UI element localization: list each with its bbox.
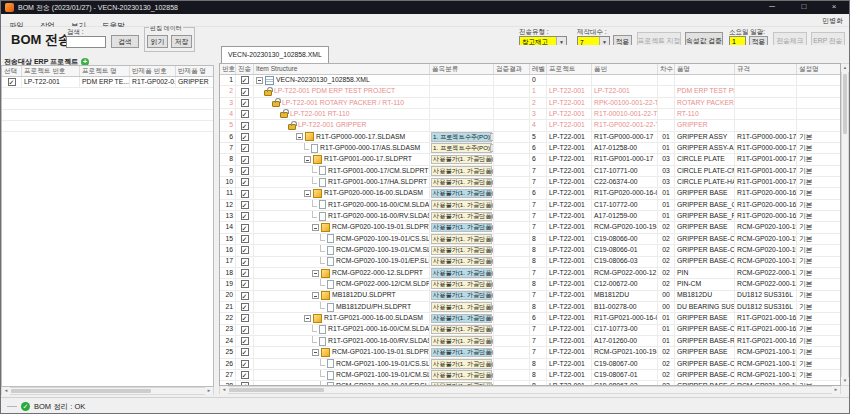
- checkbox-checked[interactable]: ✓: [241, 235, 249, 243]
- checkbox-checked[interactable]: ✓: [241, 360, 249, 368]
- column-header[interactable]: Item Structure: [254, 64, 430, 74]
- checkbox-checked[interactable]: ✓: [241, 99, 249, 107]
- checkbox-checked[interactable]: ✓: [241, 201, 249, 209]
- checkbox-checked[interactable]: ✓: [241, 88, 249, 96]
- tab-xml-file[interactable]: VECN-20230130_102858.XML: [221, 46, 329, 63]
- cell-revision: [658, 86, 675, 96]
- scrollbar-thumb[interactable]: [229, 388, 324, 392]
- search-input[interactable]: [66, 36, 106, 48]
- item-class-select[interactable]: 사용불가(1. 가공단품(반)▼: [431, 200, 492, 210]
- item-class-select[interactable]: 사용불가(1. 가공단품(반)▼: [431, 178, 492, 188]
- column-header[interactable]: 품번: [592, 64, 658, 74]
- checkbox-checked[interactable]: ✓: [241, 144, 249, 152]
- column-header[interactable]: 반제품 번호: [130, 66, 176, 76]
- checkbox-checked[interactable]: ✓: [241, 269, 249, 277]
- scroll-right-icon[interactable]: ►: [832, 386, 840, 394]
- item-class-select[interactable]: 사용불가(1. 가공단품(반)▼: [431, 302, 492, 312]
- cell-part-number: A17-01260-00: [592, 336, 658, 346]
- tree-collapse-icon[interactable]: [304, 315, 311, 322]
- item-class-select[interactable]: 사용불가(1. 가공단품(반)▼: [431, 314, 492, 324]
- checkbox-checked[interactable]: ✓: [241, 371, 249, 379]
- column-header[interactable]: 번호: [220, 64, 236, 74]
- minimize-button[interactable]: ─: [759, 1, 785, 14]
- item-class-select[interactable]: 사용불가(1. 가공단품(반)▼: [431, 291, 492, 301]
- cell-config: 기본: [797, 211, 841, 221]
- item-class-select[interactable]: 사용불가(1. 가공단품(반)▼: [431, 212, 492, 222]
- tree-collapse-icon[interactable]: [304, 156, 311, 163]
- column-header[interactable]: 전송: [236, 64, 254, 74]
- column-header[interactable]: 품명: [675, 64, 735, 74]
- checkbox-checked[interactable]: ✓: [241, 122, 249, 130]
- checkbox-checked[interactable]: ✓: [241, 190, 249, 198]
- checkbox-checked[interactable]: ✓: [241, 224, 249, 232]
- checkbox-checked[interactable]: ✓: [241, 348, 249, 356]
- checkbox-checked[interactable]: ✓: [241, 292, 249, 300]
- vertical-scrollbar[interactable]: ▲ ▼: [841, 63, 849, 386]
- tree-collapse-icon[interactable]: [256, 77, 263, 84]
- column-header[interactable]: 반제품 명: [176, 66, 214, 76]
- column-header[interactable]: 품목분류: [430, 64, 494, 74]
- checkbox-checked[interactable]: ✓: [241, 280, 249, 288]
- scroll-up-icon[interactable]: ▲: [841, 64, 849, 72]
- checkbox-checked[interactable]: ✓: [241, 76, 249, 84]
- tree-collapse-icon[interactable]: [296, 133, 303, 140]
- item-class-select[interactable]: 사용불가(1. 가공단품(반)▼: [431, 370, 492, 380]
- checkbox-checked[interactable]: ✓: [241, 303, 249, 311]
- tree-collapse-icon[interactable]: [312, 224, 319, 231]
- checkbox-checked[interactable]: ✓: [241, 133, 249, 141]
- main-horizontal-scrollbar[interactable]: ◄ ►: [219, 386, 841, 394]
- close-button[interactable]: ×: [821, 1, 847, 14]
- checkbox-checked[interactable]: ✓: [241, 246, 249, 254]
- checkbox-checked[interactable]: ✓: [241, 326, 249, 334]
- column-header[interactable]: 차수: [658, 64, 675, 74]
- item-class-select[interactable]: 사용불가(1. 가공단품(반)▼: [431, 325, 492, 335]
- checkbox-checked[interactable]: ✓: [241, 212, 249, 220]
- scroll-down-icon[interactable]: ▼: [841, 377, 849, 385]
- checkbox-checked[interactable]: ✓: [241, 167, 249, 175]
- item-class-select[interactable]: 사용불가(1. 가공단품(반)▼: [431, 348, 492, 358]
- item-class-select[interactable]: 사용불가(1. 가공단품(반)▼: [431, 223, 492, 233]
- tree-collapse-icon[interactable]: [312, 292, 319, 299]
- item-class-select[interactable]: 사용불가(1. 가공단품(반)▼: [431, 246, 492, 256]
- item-class-select[interactable]: 1. 프로젝트수주(PO)▼: [431, 143, 492, 153]
- item-class-select[interactable]: 1. 프로젝트수주(PO)▼: [431, 132, 492, 142]
- item-class-select[interactable]: 사용불가(1. 가공단품(반)▼: [431, 280, 492, 290]
- item-class-select[interactable]: 사용불가(1. 가공단품(반)▼: [431, 257, 492, 267]
- checkbox-checked[interactable]: ✓: [241, 337, 249, 345]
- item-class-select[interactable]: 사용불가(1. 가공단품(반)▼: [431, 166, 492, 176]
- scrollbar-thumb[interactable]: [11, 389, 151, 393]
- scroll-left-icon[interactable]: ◄: [2, 387, 10, 395]
- save-button[interactable]: 저장: [171, 35, 192, 48]
- item-class-select[interactable]: 사용불가(1. 가공단품(반)▼: [431, 359, 492, 369]
- left-horizontal-scrollbar[interactable]: ◄ ►: [1, 387, 214, 395]
- scroll-left-icon[interactable]: ◄: [220, 386, 228, 394]
- column-header[interactable]: 선택: [2, 66, 22, 76]
- column-header[interactable]: 프로젝트 번호: [22, 66, 80, 76]
- read-button[interactable]: 읽기: [147, 35, 168, 48]
- item-class-select[interactable]: 사용불가(1. 가공단품(반)▼: [431, 234, 492, 244]
- item-class-select[interactable]: 사용불가(1. 가공단품(반)▼: [431, 336, 492, 346]
- column-header[interactable]: 프로젝트: [547, 64, 592, 74]
- checkbox-checked[interactable]: ✓: [241, 258, 249, 266]
- cell-config: 기본: [797, 245, 841, 255]
- item-class-select[interactable]: 사용불가(1. 가공단품(반)▼: [431, 155, 492, 165]
- tree-collapse-icon[interactable]: [312, 270, 319, 277]
- tree-collapse-icon[interactable]: [304, 190, 311, 197]
- column-header[interactable]: 규격: [735, 64, 797, 74]
- column-header[interactable]: 프로젝트 명: [80, 66, 130, 76]
- search-button[interactable]: 검색: [111, 35, 139, 48]
- scroll-right-icon[interactable]: ►: [205, 387, 213, 395]
- column-header[interactable]: 레벨: [530, 64, 547, 74]
- checkbox-checked[interactable]: ✓: [241, 178, 249, 186]
- item-class-select[interactable]: 사용불가(1. 가공단품(반)▼: [431, 268, 492, 278]
- checkbox-checked[interactable]: ✓: [241, 110, 249, 118]
- tree-collapse-icon[interactable]: [312, 349, 319, 356]
- column-header[interactable]: 설정명: [797, 64, 841, 74]
- scrollbar-thumb[interactable]: [843, 74, 847, 134]
- checkbox-checked[interactable]: ✓: [241, 156, 249, 164]
- checkbox-checked[interactable]: ✓: [8, 78, 16, 86]
- maximize-button[interactable]: □: [791, 1, 817, 14]
- column-header[interactable]: 검증결과: [494, 64, 530, 74]
- checkbox-checked[interactable]: ✓: [241, 314, 249, 322]
- item-class-select[interactable]: 사용불가(1. 가공단품(반)▼: [431, 189, 492, 199]
